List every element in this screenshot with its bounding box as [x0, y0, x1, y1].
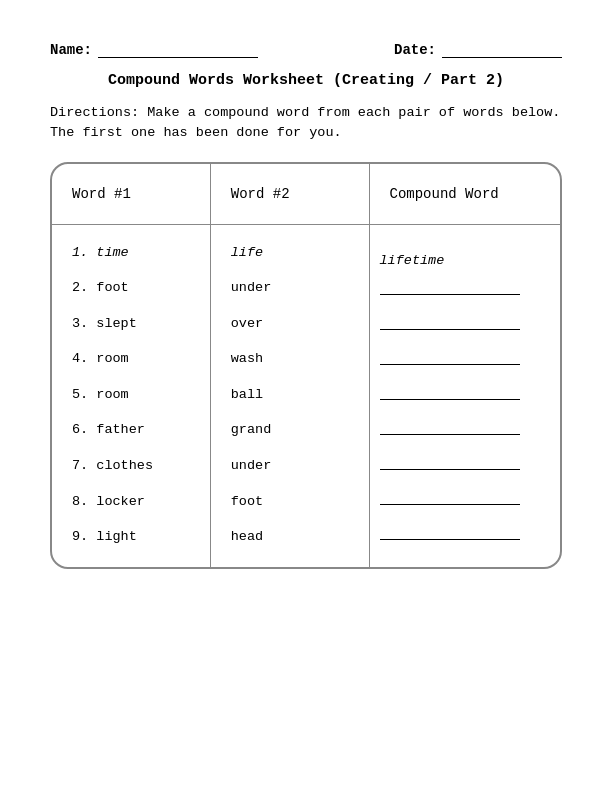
table-row-word2-3: over: [231, 306, 359, 342]
answer-line-5[interactable]: [380, 382, 520, 400]
col-header-compound: Compound Word: [370, 164, 561, 224]
table-row-word1-5: 5. room: [72, 377, 200, 413]
table-row-word2-5: ball: [231, 377, 359, 413]
table-row-word2-4: wash: [231, 341, 359, 377]
table-row-answer-2: [380, 277, 551, 305]
answer-line-8[interactable]: [380, 487, 520, 505]
answer-line-7[interactable]: [380, 452, 520, 470]
date-line[interactable]: [442, 40, 562, 58]
col-word1: 1. time2. foot3. slept4. room5. room6. f…: [52, 225, 211, 567]
table-row-word2-8: foot: [231, 484, 359, 520]
table-row-answer-4: [380, 347, 551, 375]
answer-line-3[interactable]: [380, 312, 520, 330]
directions-text: Directions: Make a compound word from ea…: [50, 103, 562, 144]
table-row-word1-4: 4. room: [72, 341, 200, 377]
table-row-answer-8: [380, 487, 551, 515]
table-row-word1-3: 3. slept: [72, 306, 200, 342]
table-row-word2-6: grand: [231, 412, 359, 448]
col-word2: lifeunderoverwashballgrandunderfoothead: [211, 225, 370, 567]
table-row-answer-6: [380, 417, 551, 445]
answer-line-9[interactable]: [380, 522, 520, 540]
answer-line-4[interactable]: [380, 347, 520, 365]
name-line[interactable]: [98, 40, 258, 58]
answer-line-6[interactable]: [380, 417, 520, 435]
name-field: Name:: [50, 40, 258, 58]
main-table: Word #1 Word #2 Compound Word 1. time2. …: [50, 162, 562, 569]
page-title: Compound Words Worksheet (Creating / Par…: [50, 72, 562, 89]
table-row-word2-9: head: [231, 519, 359, 555]
table-row-word1-7: 7. clothes: [72, 448, 200, 484]
header-row: Name: Date:: [50, 40, 562, 58]
table-row-answer-7: [380, 452, 551, 480]
table-body: 1. time2. foot3. slept4. room5. room6. f…: [52, 225, 560, 567]
table-row-word1-2: 2. foot: [72, 270, 200, 306]
name-label: Name:: [50, 42, 92, 58]
table-row-word2-1: life: [231, 235, 359, 271]
table-row-word1-1: 1. time: [72, 235, 200, 271]
table-row-word1-6: 6. father: [72, 412, 200, 448]
table-row-answer-5: [380, 382, 551, 410]
table-row-word1-8: 8. locker: [72, 484, 200, 520]
table-row-word2-7: under: [231, 448, 359, 484]
date-label: Date:: [394, 42, 436, 58]
table-header: Word #1 Word #2 Compound Word: [52, 164, 560, 225]
answer-line-2[interactable]: [380, 277, 520, 295]
table-row-answer-1: lifetime: [380, 242, 551, 270]
table-row-word1-9: 9. light: [72, 519, 200, 555]
col-header-word1: Word #1: [52, 164, 211, 224]
table-row-word2-2: under: [231, 270, 359, 306]
table-row-answer-9: [380, 522, 551, 550]
table-row-answer-3: [380, 312, 551, 340]
date-field: Date:: [394, 40, 562, 58]
page: Name: Date: Compound Words Worksheet (Cr…: [0, 0, 612, 792]
col-compound: lifetime: [370, 225, 561, 567]
col-header-word2: Word #2: [211, 164, 370, 224]
